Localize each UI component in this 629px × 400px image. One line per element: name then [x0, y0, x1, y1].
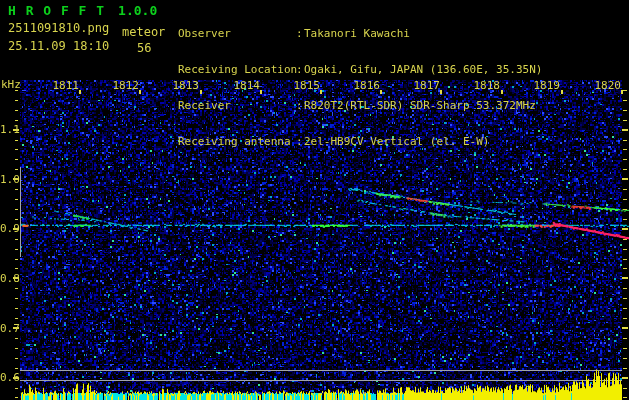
freq-tick-label: 1.0: [0, 174, 14, 185]
freq-tick-label: 1.1: [0, 124, 14, 135]
time-tick-label: 1814: [233, 80, 260, 91]
time-tick-label: 1820: [594, 80, 621, 91]
freq-axis-unit: kHz: [1, 78, 21, 91]
time-tick-label: 1816: [353, 80, 380, 91]
time-tick-label: 1812: [112, 80, 139, 91]
time-tick-label: 1818: [473, 80, 500, 91]
app-title-row: H R O F F T1.0.0: [8, 3, 157, 18]
timestamp: 25.11.09 18:10: [8, 39, 109, 53]
station-row-location: Receiving Location:Ogaki, Gifu, JAPAN (1…: [178, 64, 628, 76]
station-row-antenna: Receiving antenna:2el-HB9CV Vertical (el…: [178, 136, 628, 148]
mode-label: meteor: [122, 25, 165, 39]
hrofft-output: H R O F F T1.0.0 2511091810.png meteor 2…: [0, 0, 629, 400]
station-row-receiver: Receiver:R820T2(RTL-SDR) SDR-Sharp 53.37…: [178, 100, 628, 112]
freq-tick-label: 0.8: [0, 273, 14, 284]
time-tick-label: 1815: [293, 80, 320, 91]
app-version: 1.0.0: [118, 3, 157, 18]
time-tick-label: 1817: [413, 80, 440, 91]
time-tick-label: 1811: [52, 80, 79, 91]
freq-tick-label: 0.9: [0, 223, 14, 234]
freq-tick-label: 0.6: [0, 372, 14, 383]
echo-count: 56: [137, 41, 151, 55]
app-title: H R O F F T: [8, 3, 105, 18]
freq-tick-label: 0.7: [0, 323, 14, 334]
output-filename: 2511091810.png: [8, 21, 109, 35]
station-row-observer: Observer:Takanori Kawachi: [178, 28, 628, 40]
time-tick-label: 1819: [533, 80, 560, 91]
time-tick-label: 1813: [172, 80, 199, 91]
